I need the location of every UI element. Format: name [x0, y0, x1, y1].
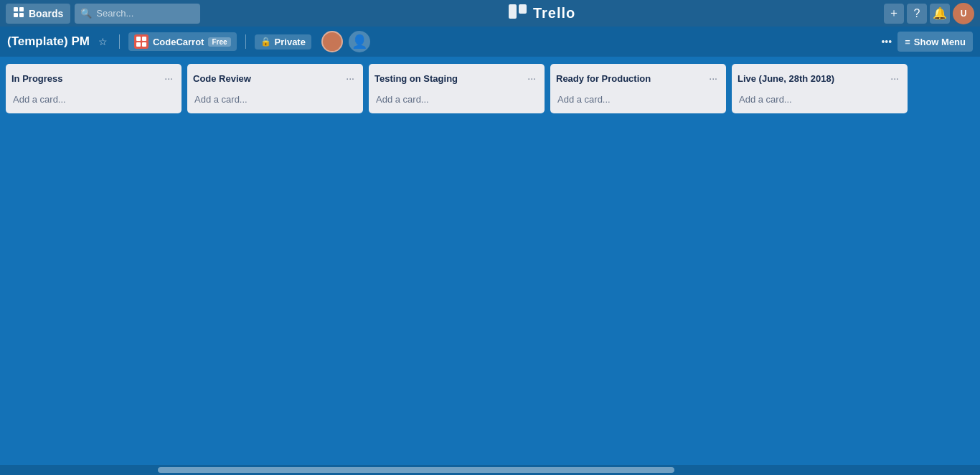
add-card-link-testing-on-staging[interactable]: Add a card...: [374, 91, 539, 108]
header-right: ••• ≡ Show Menu: [881, 32, 973, 52]
more-options-icon[interactable]: •••: [881, 36, 892, 47]
svg-rect-3: [19, 13, 24, 17]
list-column-live: Live (June, 28th 2018) ··· Add a card...: [732, 64, 908, 113]
list-menu-button-ready-for-production[interactable]: ···: [706, 71, 720, 85]
trello-logo-icon: [509, 4, 529, 22]
divider: [119, 34, 120, 49]
trello-wordmark: Trello: [533, 5, 575, 22]
add-card-link-live[interactable]: Add a card...: [738, 91, 902, 108]
list-column-ready-for-production: Ready for Production ··· Add a card...: [550, 64, 726, 113]
show-menu-button[interactable]: ≡ Show Menu: [897, 32, 973, 52]
board-content: In Progress ··· Add a card... Code Revie…: [0, 57, 980, 465]
user-avatar[interactable]: U: [953, 3, 974, 24]
add-card-link-in-progress[interactable]: Add a card...: [11, 91, 176, 108]
add-card-link-code-review[interactable]: Add a card...: [193, 91, 357, 108]
search-input[interactable]: [96, 8, 194, 19]
nav-center: Trello: [204, 4, 880, 22]
list-column-testing-on-staging: Testing on Staging ··· Add a card...: [369, 64, 545, 113]
svg-rect-8: [136, 42, 141, 47]
show-menu-label: Show Menu: [914, 37, 966, 47]
list-title-in-progress: In Progress: [11, 73, 63, 84]
svg-point-10: [328, 35, 336, 43]
svg-rect-4: [509, 4, 517, 19]
grid-icon: [13, 6, 24, 20]
list-header-code-review: Code Review ···: [193, 70, 357, 87]
board-header: (Template) PM ☆ CodeCarrot Free 🔒 Privat…: [0, 27, 980, 57]
list-column-code-review: Code Review ··· Add a card...: [187, 64, 363, 113]
svg-rect-7: [142, 37, 146, 41]
workspace-badge[interactable]: CodeCarrot Free: [128, 32, 237, 51]
list-menu-button-in-progress[interactable]: ···: [161, 71, 176, 85]
svg-rect-6: [136, 37, 141, 41]
top-nav: Boards 🔍 Trello ＋ ? 🔔 U: [0, 0, 980, 27]
board-title[interactable]: (Template) PM: [7, 34, 90, 49]
workspace-plan: Free: [208, 37, 230, 47]
svg-point-11: [326, 44, 339, 52]
list-header-ready-for-production: Ready for Production ···: [556, 70, 720, 87]
bell-icon: 🔔: [933, 6, 947, 20]
svg-rect-1: [19, 7, 24, 11]
svg-rect-0: [14, 7, 18, 11]
list-menu-button-code-review[interactable]: ···: [343, 71, 357, 85]
avatar-initials: U: [961, 9, 967, 19]
list-column-in-progress: In Progress ··· Add a card...: [6, 64, 182, 113]
svg-rect-9: [142, 42, 146, 47]
add-card-link-ready-for-production[interactable]: Add a card...: [556, 91, 720, 108]
person-add-icon: 👤: [352, 34, 367, 50]
search-icon: 🔍: [80, 8, 92, 19]
lock-icon: 🔒: [260, 37, 271, 47]
star-button[interactable]: ☆: [95, 34, 110, 49]
member-avatar-1[interactable]: [321, 31, 343, 52]
menu-icon: ≡: [905, 37, 910, 47]
workspace-name: CodeCarrot: [153, 37, 204, 47]
boards-label: Boards: [29, 8, 63, 19]
svg-rect-5: [519, 4, 527, 14]
list-title-ready-for-production: Ready for Production: [556, 73, 651, 84]
list-header-live: Live (June, 28th 2018) ···: [738, 70, 902, 87]
nav-right: ＋ ? 🔔 U: [884, 3, 974, 24]
svg-rect-2: [14, 13, 18, 17]
list-title-code-review: Code Review: [193, 73, 251, 84]
info-icon: ?: [914, 7, 920, 20]
search-bar[interactable]: 🔍: [75, 4, 200, 24]
list-header-testing-on-staging: Testing on Staging ···: [374, 70, 539, 87]
star-icon: ☆: [98, 36, 108, 47]
list-header-in-progress: In Progress ···: [11, 70, 176, 87]
list-title-live: Live (June, 28th 2018): [738, 73, 834, 84]
plus-icon: ＋: [888, 6, 900, 21]
list-menu-button-live[interactable]: ···: [887, 71, 902, 85]
list-menu-button-testing-on-staging[interactable]: ···: [524, 71, 539, 85]
invite-member-button[interactable]: 👤: [349, 31, 370, 52]
privacy-button[interactable]: 🔒 Private: [255, 34, 311, 50]
divider-2: [245, 34, 246, 49]
create-button[interactable]: ＋: [884, 4, 904, 24]
list-title-testing-on-staging: Testing on Staging: [374, 73, 458, 84]
notifications-button[interactable]: 🔔: [930, 4, 950, 24]
workspace-icon: [134, 34, 149, 49]
privacy-label: Private: [275, 37, 306, 47]
boards-button[interactable]: Boards: [6, 4, 70, 24]
info-button[interactable]: ?: [907, 4, 927, 24]
